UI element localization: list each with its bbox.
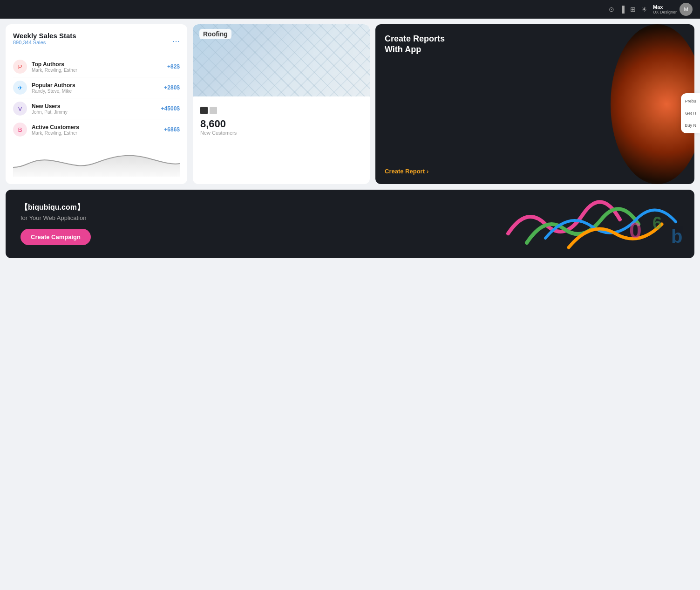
customers-label: New Customers — [200, 130, 362, 136]
roofing-image: Roofing — [193, 24, 370, 96]
stats-list: P Top Authors Mark, Rowling, Esther +82$… — [13, 56, 180, 140]
weekly-sales-title: Weekly Sales Stats — [13, 32, 76, 40]
stat-row: V New Users John, Pat, Jimmy +4500$ — [13, 98, 180, 119]
campaign-subtitle: for Your Web Application — [20, 214, 91, 221]
stat-icon: V — [13, 102, 27, 116]
squares-decoration — [200, 107, 362, 114]
bar-icon[interactable]: ▐ — [620, 6, 625, 13]
topbar: ⊙ ▐ ⊞ ☀ Max UX Designer M — [0, 0, 700, 19]
campaign-decoration: 0 6 b — [499, 190, 694, 258]
stat-icon: B — [13, 123, 27, 137]
stat-sub: Mark, Rowling, Esther — [32, 130, 164, 136]
side-panel: Prebu Get H Buy N — [681, 93, 700, 133]
theme-icon[interactable]: ☀ — [641, 6, 647, 13]
weekly-sales-card: Weekly Sales Stats 890,344 Sales ⋯ P Top… — [6, 24, 187, 184]
stat-row: P Top Authors Mark, Rowling, Esther +82$ — [13, 56, 180, 77]
chart-area — [13, 144, 180, 177]
stat-row: ✈ Popular Authors Randy, Steve, Mike +28… — [13, 77, 180, 98]
user-info: Max UX Designer M — [653, 3, 693, 16]
sq-light — [210, 107, 217, 114]
side-panel-item-buyn[interactable]: Buy N — [684, 121, 697, 130]
svg-text:0: 0 — [629, 218, 642, 243]
search-icon[interactable]: ⊙ — [609, 6, 614, 13]
stat-name: Popular Authors — [32, 82, 164, 89]
roofing-label: Roofing — [199, 29, 231, 39]
stat-icon: ✈ — [13, 81, 27, 95]
new-customers-section: 8,600 New Customers — [193, 100, 370, 142]
weekly-sales-subtitle: 890,344 Sales — [13, 40, 76, 45]
stat-sub: Mark, Rowling, Esther — [32, 68, 167, 73]
svg-text:b: b — [671, 226, 682, 247]
side-panel-item-prebu[interactable]: Prebu — [684, 97, 697, 105]
stat-name: Active Customers — [32, 124, 164, 130]
stat-value: +4500$ — [161, 105, 180, 112]
stat-value: +82$ — [167, 63, 180, 70]
side-panel-item-geth[interactable]: Get H — [684, 109, 697, 117]
stat-icon: P — [13, 60, 27, 74]
stat-label: Active Customers Mark, Rowling, Esther — [32, 124, 164, 136]
avatar[interactable]: M — [680, 3, 693, 16]
stat-name: New Users — [32, 103, 161, 110]
create-campaign-button[interactable]: Create Campaign — [20, 229, 91, 245]
row-1: Weekly Sales Stats 890,344 Sales ⋯ P Top… — [6, 24, 694, 184]
stat-value: +280$ — [164, 84, 180, 91]
sq-dark — [200, 107, 208, 114]
stat-row: B Active Customers Mark, Rowling, Esther… — [13, 119, 180, 140]
campaign-text: 【biqubiqu.com】 for Your Web Application … — [20, 203, 91, 245]
svg-text:6: 6 — [652, 213, 662, 233]
stat-label: Top Authors Mark, Rowling, Esther — [32, 61, 167, 73]
campaign-banner: 【biqubiqu.com】 for Your Web Application … — [6, 190, 694, 258]
grid-icon[interactable]: ⊞ — [630, 6, 636, 13]
create-reports-card: Create ReportsWith App Create Report › — [375, 24, 694, 184]
stat-label: New Users John, Pat, Jimmy — [32, 103, 161, 115]
stat-label: Popular Authors Randy, Steve, Mike — [32, 82, 164, 94]
stat-sub: Randy, Steve, Mike — [32, 89, 164, 94]
stat-name: Top Authors — [32, 61, 167, 68]
stat-value: +686$ — [164, 126, 180, 133]
customers-number: 8,600 — [200, 118, 362, 130]
user-name: Max — [653, 4, 677, 10]
page: Weekly Sales Stats 890,344 Sales ⋯ P Top… — [0, 19, 700, 590]
campaign-title: 【biqubiqu.com】 — [20, 203, 91, 213]
user-role: UX Designer — [653, 10, 677, 14]
roofing-card: Roofing 8,600 New Customers — [193, 24, 370, 184]
weekly-sales-menu[interactable]: ⋯ — [172, 37, 180, 46]
stat-sub: John, Pat, Jimmy — [32, 110, 161, 115]
